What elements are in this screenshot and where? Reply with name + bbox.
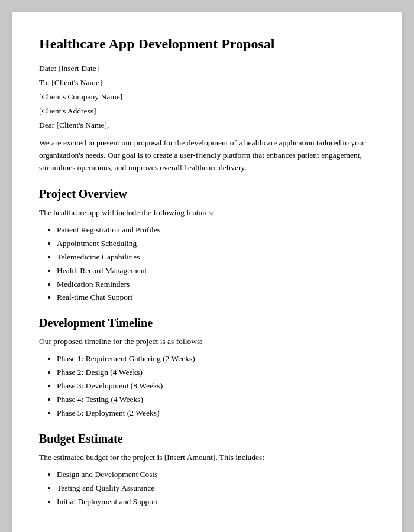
document-title: Healthcare App Development Proposal: [39, 36, 375, 52]
list-item: Phase 3: Development (8 Weeks): [57, 379, 375, 393]
list-item: Appointment Scheduling: [57, 237, 375, 251]
list-item: Telemedicine Capabilities: [57, 251, 375, 264]
development-timeline-section: Development Timeline Our proposed timeli…: [39, 316, 375, 420]
project-overview-heading: Project Overview: [39, 187, 375, 201]
list-item: Phase 1: Requirement Gathering (2 Weeks): [57, 352, 375, 366]
list-item: Phase 5: Deployment (2 Weeks): [57, 407, 375, 420]
document-container: Healthcare App Development Proposal Date…: [12, 12, 402, 532]
to-line: To: [Client's Name]: [39, 78, 375, 87]
intro-paragraph: We are excited to present our proposal f…: [39, 137, 375, 174]
date-line: Date: [Insert Date]: [39, 64, 375, 73]
budget-estimate-section: Budget Estimate The estimated budget for…: [39, 432, 375, 509]
list-item: Health Record Management: [57, 264, 375, 278]
project-overview-intro: The healthcare app will include the foll…: [39, 208, 375, 218]
list-item: Design and Development Costs: [57, 468, 375, 482]
list-item: Initial Deployment and Support: [57, 495, 375, 509]
company-line: [Client's Company Name]: [39, 92, 375, 102]
features-list: Patient Registration and Profiles Appoin…: [57, 223, 375, 305]
list-item: Patient Registration and Profiles: [57, 223, 375, 237]
list-item: Phase 4: Testing (4 Weeks): [57, 393, 375, 407]
phases-list: Phase 1: Requirement Gathering (2 Weeks)…: [57, 352, 375, 420]
address-line: [Client's Address]: [39, 106, 375, 116]
budget-estimate-heading: Budget Estimate: [39, 432, 375, 446]
budget-estimate-intro: The estimated budget for the project is …: [39, 453, 375, 462]
list-item: Medication Reminders: [57, 278, 375, 291]
list-item: Phase 2: Design (4 Weeks): [57, 366, 375, 379]
list-item: Real-time Chat Support: [57, 291, 375, 304]
dear-line: Dear [Client's Name],: [39, 121, 375, 130]
budget-items-list: Design and Development Costs Testing and…: [57, 468, 375, 509]
development-timeline-intro: Our proposed timeline for the project is…: [39, 337, 375, 346]
project-overview-section: Project Overview The healthcare app will…: [39, 187, 375, 305]
list-item: Testing and Quality Assurance: [57, 482, 375, 495]
development-timeline-heading: Development Timeline: [39, 316, 375, 330]
